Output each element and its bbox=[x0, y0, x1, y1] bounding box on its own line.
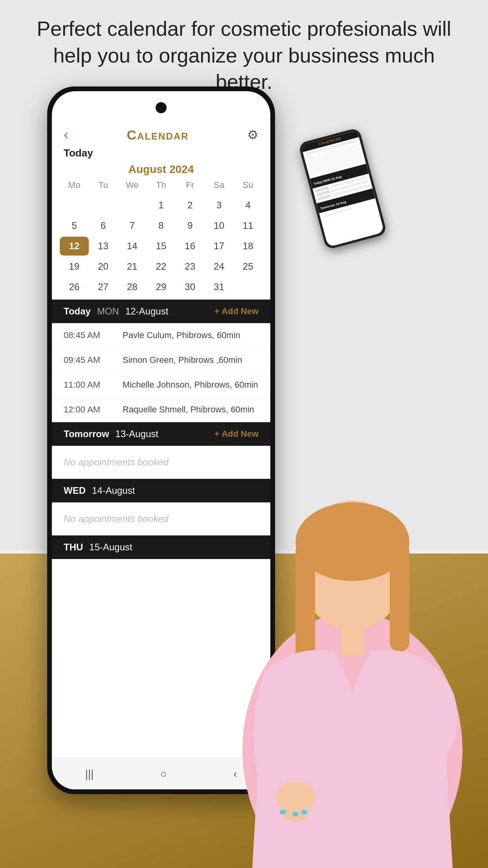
appt-time: 11:00 AM bbox=[64, 380, 115, 390]
calendar-week: 19202122232425 bbox=[60, 257, 262, 276]
appointment-row[interactable]: 08:45 AMPavle Culum, Phibrows, 60min bbox=[52, 323, 270, 348]
appt-desc: Raquelle Shmell, Phibrows, 60min bbox=[123, 405, 254, 415]
back-button[interactable]: ‹ bbox=[64, 127, 68, 143]
sched-day-label: Tomorrow bbox=[64, 428, 109, 440]
cal-day-6[interactable]: 6 bbox=[89, 216, 118, 235]
cal-day-31[interactable]: 31 bbox=[205, 278, 234, 296]
sched-date: 14-August bbox=[92, 485, 135, 496]
cal-day-28[interactable]: 28 bbox=[117, 278, 147, 296]
svg-rect-5 bbox=[341, 624, 364, 656]
weekday-su: Su bbox=[233, 178, 262, 193]
weekday-sa: Sa bbox=[205, 178, 234, 193]
svg-rect-3 bbox=[295, 542, 315, 660]
cal-day-15[interactable]: 15 bbox=[147, 237, 176, 256]
appointment-row[interactable]: 09:45 AMSimon Green, Phibrows ,60min bbox=[52, 348, 270, 373]
cal-day-7[interactable]: 7 bbox=[117, 216, 147, 235]
appointment-row[interactable]: 12:00 AMRaquelle Shmell, Phibrows, 60min bbox=[52, 397, 270, 422]
cal-day-21[interactable]: 21 bbox=[117, 257, 147, 276]
cal-day-30[interactable]: 30 bbox=[176, 278, 205, 296]
cal-day-12[interactable]: 12 bbox=[60, 237, 89, 256]
app-title: Calendar bbox=[127, 127, 189, 143]
cal-day-13[interactable]: 13 bbox=[89, 237, 118, 256]
cal-day-17[interactable]: 17 bbox=[205, 237, 234, 256]
cal-day-25[interactable]: 25 bbox=[233, 257, 262, 276]
sched-date: 12-August bbox=[125, 306, 168, 317]
calendar-grid: Mo Tu We Th Fr Sa Su 1234567891011121314… bbox=[52, 178, 270, 296]
cal-day-empty bbox=[233, 278, 262, 296]
cal-day-22[interactable]: 22 bbox=[147, 257, 176, 276]
today-row: Today bbox=[52, 147, 270, 161]
calendar-weeks: 1234567891011121314151617181920212223242… bbox=[60, 196, 262, 296]
add-new-button[interactable]: + Add New bbox=[215, 306, 259, 316]
cal-day-3[interactable]: 3 bbox=[205, 196, 234, 215]
schedule-header-today: TodayMON12-August+ Add New bbox=[52, 300, 270, 323]
sched-date: 15-August bbox=[89, 542, 132, 553]
cal-day-2[interactable]: 2 bbox=[176, 196, 205, 215]
nav-home-icon[interactable]: ○ bbox=[160, 768, 167, 780]
weekday-mo: Mo bbox=[60, 178, 89, 193]
svg-point-8 bbox=[280, 810, 286, 815]
headline: Perfect calendar for cosmetic profesiona… bbox=[0, 16, 488, 96]
cal-day-23[interactable]: 23 bbox=[176, 257, 205, 276]
weekday-th: Th bbox=[147, 178, 176, 193]
weekday-fr: Fr bbox=[176, 178, 205, 193]
person-illustration bbox=[213, 436, 488, 868]
appt-desc: Michelle Johnson, Phibrows, 60min bbox=[123, 380, 258, 390]
cal-day-19[interactable]: 19 bbox=[60, 257, 89, 276]
calendar-week: 262728293031 bbox=[60, 278, 262, 296]
cal-day-empty bbox=[117, 196, 147, 215]
sched-day-label: THU bbox=[64, 542, 83, 553]
cal-day-empty bbox=[89, 196, 118, 215]
appt-time: 08:45 AM bbox=[64, 330, 115, 340]
appt-time: 12:00 AM bbox=[64, 405, 115, 415]
today-label[interactable]: Today bbox=[64, 147, 93, 159]
cal-day-9[interactable]: 9 bbox=[176, 216, 205, 235]
sched-day-label: WED bbox=[64, 485, 86, 496]
svg-rect-4 bbox=[390, 542, 409, 652]
calendar-week: 1234 bbox=[60, 196, 262, 215]
nav-recent-icon[interactable]: ||| bbox=[85, 768, 94, 780]
cal-day-27[interactable]: 27 bbox=[89, 278, 118, 296]
cal-day-10[interactable]: 10 bbox=[205, 216, 234, 235]
svg-point-12 bbox=[301, 810, 307, 815]
cal-day-8[interactable]: 8 bbox=[147, 216, 176, 235]
cal-day-11[interactable]: 11 bbox=[233, 216, 262, 235]
cal-day-16[interactable]: 16 bbox=[176, 237, 205, 256]
sched-day-name: MON bbox=[97, 306, 119, 317]
cal-day-5[interactable]: 5 bbox=[60, 216, 89, 235]
cal-day-20[interactable]: 20 bbox=[89, 257, 118, 276]
cal-day-14[interactable]: 14 bbox=[117, 237, 147, 256]
person-svg bbox=[225, 455, 480, 868]
appointment-row[interactable]: 11:00 AMMichelle Johnson, Phibrows, 60mi… bbox=[52, 373, 270, 397]
cal-day-empty bbox=[60, 196, 89, 215]
weekday-tu: Tu bbox=[89, 178, 118, 193]
appt-desc: Pavle Culum, Phibrows, 60min bbox=[123, 330, 240, 340]
weekdays-row: Mo Tu We Th Fr Sa Su bbox=[60, 178, 262, 193]
cal-day-18[interactable]: 18 bbox=[233, 237, 262, 256]
camera-dot bbox=[156, 102, 167, 113]
calendar-week: 12131415161718 bbox=[60, 237, 262, 256]
appt-desc: Simon Green, Phibrows ,60min bbox=[123, 355, 242, 365]
app-header: ‹ Calendar ⚙ bbox=[52, 119, 270, 147]
cal-day-24[interactable]: 24 bbox=[205, 257, 234, 276]
weekday-we: We bbox=[117, 178, 147, 193]
calendar-week: 567891011 bbox=[60, 216, 262, 235]
cal-day-1[interactable]: 1 bbox=[147, 196, 176, 215]
cal-day-4[interactable]: 4 bbox=[233, 196, 262, 215]
sched-day-label: Today bbox=[64, 306, 91, 317]
cal-day-29[interactable]: 29 bbox=[147, 278, 176, 296]
settings-icon[interactable]: ⚙ bbox=[247, 127, 259, 142]
cal-day-26[interactable]: 26 bbox=[60, 278, 89, 296]
appt-time: 09:45 AM bbox=[64, 355, 115, 365]
svg-point-10 bbox=[292, 812, 299, 817]
month-label: August 2024 bbox=[52, 161, 270, 178]
sched-date: 13-August bbox=[116, 428, 158, 440]
